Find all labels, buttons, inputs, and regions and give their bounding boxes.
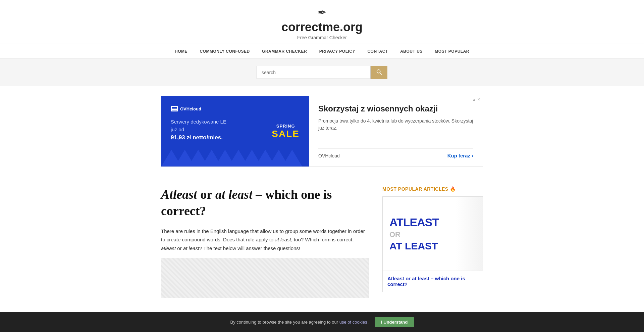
site-header: ✒ correctme.org Free Grammar Checker (0, 0, 644, 44)
svg-line-1 (380, 73, 382, 75)
ad-spring-sale: SPRING SALE (272, 124, 300, 139)
ad-cta-button[interactable]: Kup teraz › (447, 153, 473, 158)
sidebar: MOST POPULAR ARTICLES 🔥 ATLEAST OR AT LE… (382, 186, 483, 298)
sidebar-card-title[interactable]: Atleast or at least – which one is corre… (383, 271, 483, 292)
nav-grammar-checker[interactable]: GRAMMAR CHECKER (262, 49, 307, 54)
ad-right-desc: Promocja trwa tylko do 4. kwietnia lub d… (318, 117, 473, 132)
ad-logo: OVHcloud (171, 106, 300, 111)
cookie-banner: By continuing to browse the site you are… (0, 312, 644, 332)
search-button[interactable] (371, 66, 387, 79)
sidebar-card: ATLEAST OR AT LEAST Atleast or at least … (382, 196, 483, 292)
nav-most-popular[interactable]: MOST POPULAR (435, 49, 469, 54)
ad-label: ▲✕ (472, 97, 480, 102)
nav-contact[interactable]: CONTACT (367, 49, 388, 54)
svg-point-0 (377, 70, 380, 73)
article: Atleast or at least – which one is corre… (161, 186, 369, 298)
ad-brand-name: OVHcloud (318, 153, 340, 158)
ad-banner: ▲✕ OVHcloud Serwery dedykowane LE już od… (161, 96, 483, 167)
logo-icon: ✒ (0, 6, 644, 19)
logo-subtitle: Free Grammar Checker (0, 35, 644, 40)
cookie-text: By continuing to browse the site you are… (230, 320, 370, 325)
sidebar-heading: MOST POPULAR ARTICLES 🔥 (382, 186, 483, 192)
nav-commonly-confused[interactable]: COMMONLY CONFUSED (200, 49, 250, 54)
logo-text: correctme.org (0, 20, 644, 34)
svg-marker-11 (282, 150, 302, 167)
nav-about-us[interactable]: ABOUT US (400, 49, 423, 54)
ad-left-panel: OVHcloud Serwery dedykowane LE już od 91… (161, 96, 309, 167)
main-nav: HOME COMMONLY CONFUSED GRAMMAR CHECKER P… (0, 44, 644, 58)
ad-right-title: Skorzystaj z wiosennych okazji (318, 104, 473, 113)
cookie-accept-button[interactable]: I Understand (375, 317, 414, 327)
nav-privacy-policy[interactable]: PRIVACY POLICY (319, 49, 355, 54)
ad-right-panel: Skorzystaj z wiosennych okazji Promocja … (309, 96, 483, 167)
article-body-1: There are rules in the English language … (161, 227, 369, 253)
nav-home[interactable]: HOME (175, 49, 187, 54)
article-image (161, 258, 369, 298)
search-bar (0, 58, 644, 86)
search-icon (376, 69, 382, 75)
main-content: Atleast or at least – which one is corre… (161, 176, 483, 308)
cookie-link[interactable]: use of cookies (339, 320, 367, 325)
article-title: Atleast or at least – which one is corre… (161, 186, 369, 220)
sidebar-card-image: ATLEAST OR AT LEAST (383, 197, 483, 271)
chevron-right-icon: › (472, 153, 473, 158)
ad-triangles-decoration (161, 150, 309, 167)
search-input[interactable] (257, 66, 371, 79)
